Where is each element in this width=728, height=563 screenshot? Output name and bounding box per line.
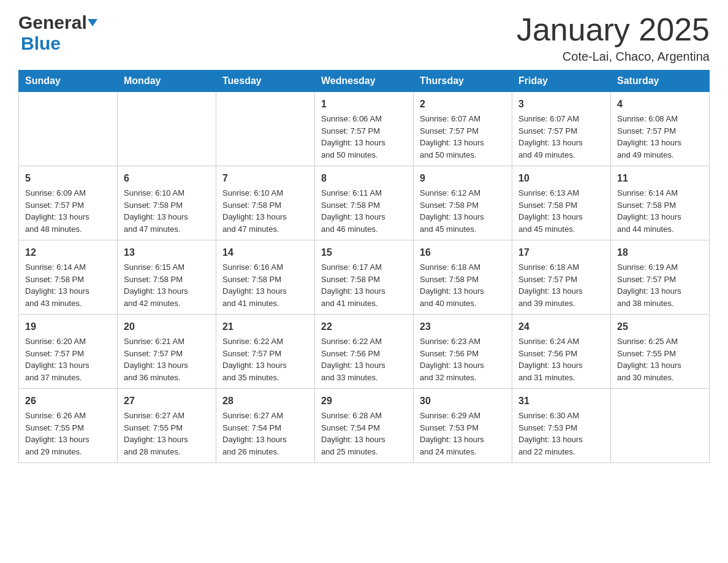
cell-date: 27: [124, 394, 210, 408]
cell-info: Sunrise: 6:06 AM Sunset: 7:57 PM Dayligh…: [321, 113, 407, 161]
calendar-cell: 20Sunrise: 6:21 AM Sunset: 7:57 PM Dayli…: [118, 315, 216, 389]
cell-date: 8: [321, 171, 407, 186]
cell-date: 10: [518, 171, 604, 186]
week-row-2: 5Sunrise: 6:09 AM Sunset: 7:57 PM Daylig…: [19, 166, 710, 240]
cell-info: Sunrise: 6:29 AM Sunset: 7:53 PM Dayligh…: [420, 410, 506, 458]
cell-date: 5: [25, 171, 111, 186]
cell-date: 11: [617, 171, 703, 186]
calendar-cell: 31Sunrise: 6:30 AM Sunset: 7:53 PM Dayli…: [512, 389, 611, 463]
cell-info: Sunrise: 6:22 AM Sunset: 7:57 PM Dayligh…: [222, 335, 308, 383]
calendar-cell: 1Sunrise: 6:06 AM Sunset: 7:57 PM Daylig…: [315, 92, 414, 166]
calendar-cell: [19, 92, 118, 166]
header-day-saturday: Saturday: [611, 71, 710, 92]
cell-date: 13: [124, 245, 210, 260]
cell-info: Sunrise: 6:24 AM Sunset: 7:56 PM Dayligh…: [518, 335, 604, 383]
cell-info: Sunrise: 6:18 AM Sunset: 7:58 PM Dayligh…: [420, 261, 506, 309]
week-row-4: 19Sunrise: 6:20 AM Sunset: 7:57 PM Dayli…: [19, 315, 710, 389]
cell-info: Sunrise: 6:13 AM Sunset: 7:58 PM Dayligh…: [518, 187, 604, 235]
cell-date: 28: [222, 394, 308, 408]
cell-info: Sunrise: 6:21 AM Sunset: 7:57 PM Dayligh…: [124, 335, 210, 383]
cell-date: 14: [222, 245, 308, 260]
calendar-cell: 24Sunrise: 6:24 AM Sunset: 7:56 PM Dayli…: [512, 315, 611, 389]
cell-date: 23: [420, 320, 506, 334]
calendar-cell: 26Sunrise: 6:26 AM Sunset: 7:55 PM Dayli…: [19, 389, 118, 463]
cell-date: 29: [321, 394, 407, 408]
calendar-cell: 22Sunrise: 6:22 AM Sunset: 7:56 PM Dayli…: [315, 315, 414, 389]
header-day-monday: Monday: [118, 71, 216, 92]
calendar-cell: 7Sunrise: 6:10 AM Sunset: 7:58 PM Daylig…: [216, 166, 315, 240]
header-day-sunday: Sunday: [19, 71, 118, 92]
week-row-5: 26Sunrise: 6:26 AM Sunset: 7:55 PM Dayli…: [19, 389, 710, 463]
calendar-cell: 9Sunrise: 6:12 AM Sunset: 7:58 PM Daylig…: [414, 166, 512, 240]
cell-info: Sunrise: 6:20 AM Sunset: 7:57 PM Dayligh…: [25, 335, 111, 383]
cell-info: Sunrise: 6:30 AM Sunset: 7:53 PM Dayligh…: [518, 410, 604, 458]
logo-general-text: General: [18, 12, 87, 33]
cell-date: 16: [420, 245, 506, 260]
cell-info: Sunrise: 6:27 AM Sunset: 7:54 PM Dayligh…: [222, 410, 308, 458]
calendar-cell: 14Sunrise: 6:16 AM Sunset: 7:58 PM Dayli…: [216, 240, 315, 315]
calendar-cell: 18Sunrise: 6:19 AM Sunset: 7:57 PM Dayli…: [611, 240, 710, 315]
calendar-cell: 12Sunrise: 6:14 AM Sunset: 7:58 PM Dayli…: [19, 240, 118, 315]
calendar-header: SundayMondayTuesdayWednesdayThursdayFrid…: [19, 71, 710, 92]
calendar-cell: 29Sunrise: 6:28 AM Sunset: 7:54 PM Dayli…: [315, 389, 414, 463]
cell-info: Sunrise: 6:17 AM Sunset: 7:58 PM Dayligh…: [321, 261, 407, 309]
cell-info: Sunrise: 6:27 AM Sunset: 7:55 PM Dayligh…: [124, 410, 210, 458]
cell-date: 3: [518, 97, 604, 112]
cell-date: 18: [617, 245, 703, 260]
cell-date: 25: [617, 320, 703, 334]
cell-info: Sunrise: 6:14 AM Sunset: 7:58 PM Dayligh…: [617, 187, 703, 235]
cell-date: 17: [518, 245, 604, 260]
cell-date: 26: [25, 394, 111, 408]
cell-date: 19: [25, 320, 111, 334]
cell-info: Sunrise: 6:22 AM Sunset: 7:56 PM Dayligh…: [321, 335, 407, 383]
calendar-cell: 21Sunrise: 6:22 AM Sunset: 7:57 PM Dayli…: [216, 315, 315, 389]
cell-info: Sunrise: 6:18 AM Sunset: 7:57 PM Dayligh…: [518, 261, 604, 309]
logo-arrow-icon: [88, 19, 97, 26]
cell-info: Sunrise: 6:10 AM Sunset: 7:58 PM Dayligh…: [222, 187, 308, 235]
cell-info: Sunrise: 6:07 AM Sunset: 7:57 PM Dayligh…: [420, 113, 506, 161]
calendar-cell: 11Sunrise: 6:14 AM Sunset: 7:58 PM Dayli…: [611, 166, 710, 240]
calendar-cell: 19Sunrise: 6:20 AM Sunset: 7:57 PM Dayli…: [19, 315, 118, 389]
week-row-3: 12Sunrise: 6:14 AM Sunset: 7:58 PM Dayli…: [19, 240, 710, 315]
calendar-cell: [118, 92, 216, 166]
cell-date: 4: [617, 97, 703, 112]
calendar-cell: 2Sunrise: 6:07 AM Sunset: 7:57 PM Daylig…: [414, 92, 512, 166]
cell-info: Sunrise: 6:11 AM Sunset: 7:58 PM Dayligh…: [321, 187, 407, 235]
cell-info: Sunrise: 6:14 AM Sunset: 7:58 PM Dayligh…: [25, 261, 111, 309]
cell-info: Sunrise: 6:07 AM Sunset: 7:57 PM Dayligh…: [518, 113, 604, 161]
calendar-cell: 6Sunrise: 6:10 AM Sunset: 7:58 PM Daylig…: [118, 166, 216, 240]
cell-date: 21: [222, 320, 308, 334]
cell-info: Sunrise: 6:23 AM Sunset: 7:56 PM Dayligh…: [420, 335, 506, 383]
calendar-cell: 15Sunrise: 6:17 AM Sunset: 7:58 PM Dayli…: [315, 240, 414, 315]
cell-info: Sunrise: 6:16 AM Sunset: 7:58 PM Dayligh…: [222, 261, 308, 309]
calendar-cell: [216, 92, 315, 166]
calendar-subtitle: Cote-Lai, Chaco, Argentina: [517, 50, 710, 64]
calendar-cell: 10Sunrise: 6:13 AM Sunset: 7:58 PM Dayli…: [512, 166, 611, 240]
cell-info: Sunrise: 6:15 AM Sunset: 7:58 PM Dayligh…: [124, 261, 210, 309]
cell-date: 7: [222, 171, 308, 186]
calendar-body: 1Sunrise: 6:06 AM Sunset: 7:57 PM Daylig…: [19, 92, 710, 463]
calendar-cell: 3Sunrise: 6:07 AM Sunset: 7:57 PM Daylig…: [512, 92, 611, 166]
calendar-table: SundayMondayTuesdayWednesdayThursdayFrid…: [18, 70, 710, 463]
header-day-thursday: Thursday: [414, 71, 512, 92]
week-row-1: 1Sunrise: 6:06 AM Sunset: 7:57 PM Daylig…: [19, 92, 710, 166]
cell-date: 12: [25, 245, 111, 260]
cell-date: 22: [321, 320, 407, 334]
cell-date: 30: [420, 394, 506, 408]
header-day-wednesday: Wednesday: [315, 71, 414, 92]
cell-info: Sunrise: 6:12 AM Sunset: 7:58 PM Dayligh…: [420, 187, 506, 235]
cell-info: Sunrise: 6:08 AM Sunset: 7:57 PM Dayligh…: [617, 113, 703, 161]
cell-date: 2: [420, 97, 506, 112]
calendar-cell: 5Sunrise: 6:09 AM Sunset: 7:57 PM Daylig…: [19, 166, 118, 240]
page-header: General Blue January 2025 Cote-Lai, Chac…: [18, 12, 710, 64]
calendar-cell: 16Sunrise: 6:18 AM Sunset: 7:58 PM Dayli…: [414, 240, 512, 315]
cell-date: 31: [518, 394, 604, 408]
cell-date: 6: [124, 171, 210, 186]
calendar-cell: 30Sunrise: 6:29 AM Sunset: 7:53 PM Dayli…: [414, 389, 512, 463]
calendar-cell: 4Sunrise: 6:08 AM Sunset: 7:57 PM Daylig…: [611, 92, 710, 166]
header-row: SundayMondayTuesdayWednesdayThursdayFrid…: [19, 71, 710, 92]
cell-date: 15: [321, 245, 407, 260]
cell-date: 20: [124, 320, 210, 334]
title-section: January 2025 Cote-Lai, Chaco, Argentina: [517, 12, 710, 64]
calendar-cell: [611, 389, 710, 463]
